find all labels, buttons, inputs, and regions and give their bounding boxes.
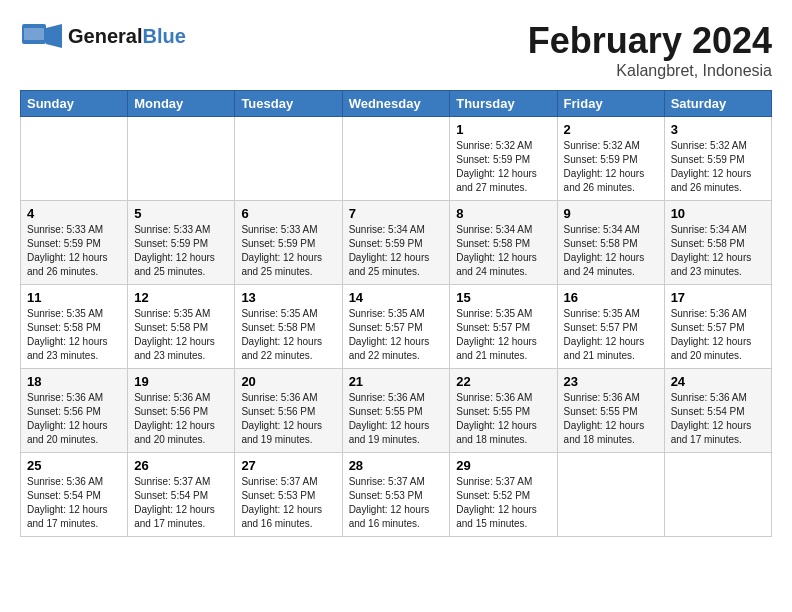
month-title: February 2024	[528, 20, 772, 62]
day-number: 5	[134, 206, 228, 221]
calendar-cell: 17Sunrise: 5:36 AM Sunset: 5:57 PM Dayli…	[664, 285, 771, 369]
calendar-cell: 16Sunrise: 5:35 AM Sunset: 5:57 PM Dayli…	[557, 285, 664, 369]
svg-rect-2	[24, 28, 44, 40]
day-info: Sunrise: 5:37 AM Sunset: 5:53 PM Dayligh…	[241, 475, 335, 531]
calendar-cell: 25Sunrise: 5:36 AM Sunset: 5:54 PM Dayli…	[21, 453, 128, 537]
day-number: 16	[564, 290, 658, 305]
day-number: 19	[134, 374, 228, 389]
day-number: 13	[241, 290, 335, 305]
location: Kalangbret, Indonesia	[528, 62, 772, 80]
day-info: Sunrise: 5:36 AM Sunset: 5:55 PM Dayligh…	[564, 391, 658, 447]
calendar-cell: 29Sunrise: 5:37 AM Sunset: 5:52 PM Dayli…	[450, 453, 557, 537]
calendar-week-3: 11Sunrise: 5:35 AM Sunset: 5:58 PM Dayli…	[21, 285, 772, 369]
day-number: 2	[564, 122, 658, 137]
day-info: Sunrise: 5:36 AM Sunset: 5:54 PM Dayligh…	[671, 391, 765, 447]
calendar-week-2: 4Sunrise: 5:33 AM Sunset: 5:59 PM Daylig…	[21, 201, 772, 285]
day-info: Sunrise: 5:35 AM Sunset: 5:58 PM Dayligh…	[27, 307, 121, 363]
day-info: Sunrise: 5:36 AM Sunset: 5:56 PM Dayligh…	[27, 391, 121, 447]
logo-text-general: General	[68, 25, 142, 47]
day-info: Sunrise: 5:36 AM Sunset: 5:55 PM Dayligh…	[349, 391, 444, 447]
calendar-cell: 24Sunrise: 5:36 AM Sunset: 5:54 PM Dayli…	[664, 369, 771, 453]
logo-icon	[20, 20, 64, 52]
day-info: Sunrise: 5:32 AM Sunset: 5:59 PM Dayligh…	[456, 139, 550, 195]
day-info: Sunrise: 5:37 AM Sunset: 5:53 PM Dayligh…	[349, 475, 444, 531]
logo-text-blue: Blue	[142, 25, 185, 47]
day-info: Sunrise: 5:32 AM Sunset: 5:59 PM Dayligh…	[671, 139, 765, 195]
day-info: Sunrise: 5:36 AM Sunset: 5:57 PM Dayligh…	[671, 307, 765, 363]
day-number: 1	[456, 122, 550, 137]
calendar-cell: 9Sunrise: 5:34 AM Sunset: 5:58 PM Daylig…	[557, 201, 664, 285]
calendar-cell: 19Sunrise: 5:36 AM Sunset: 5:56 PM Dayli…	[128, 369, 235, 453]
calendar-cell: 8Sunrise: 5:34 AM Sunset: 5:58 PM Daylig…	[450, 201, 557, 285]
day-info: Sunrise: 5:36 AM Sunset: 5:55 PM Dayligh…	[456, 391, 550, 447]
calendar-cell: 21Sunrise: 5:36 AM Sunset: 5:55 PM Dayli…	[342, 369, 450, 453]
day-info: Sunrise: 5:33 AM Sunset: 5:59 PM Dayligh…	[241, 223, 335, 279]
day-number: 10	[671, 206, 765, 221]
calendar-cell	[557, 453, 664, 537]
day-info: Sunrise: 5:35 AM Sunset: 5:57 PM Dayligh…	[564, 307, 658, 363]
header-day-saturday: Saturday	[664, 91, 771, 117]
day-info: Sunrise: 5:36 AM Sunset: 5:54 PM Dayligh…	[27, 475, 121, 531]
calendar-cell	[21, 117, 128, 201]
calendar-header: SundayMondayTuesdayWednesdayThursdayFrid…	[21, 91, 772, 117]
calendar-cell: 4Sunrise: 5:33 AM Sunset: 5:59 PM Daylig…	[21, 201, 128, 285]
day-number: 14	[349, 290, 444, 305]
header-day-tuesday: Tuesday	[235, 91, 342, 117]
day-number: 18	[27, 374, 121, 389]
day-number: 20	[241, 374, 335, 389]
day-number: 23	[564, 374, 658, 389]
svg-marker-1	[46, 24, 62, 48]
calendar-cell: 22Sunrise: 5:36 AM Sunset: 5:55 PM Dayli…	[450, 369, 557, 453]
day-number: 25	[27, 458, 121, 473]
calendar-cell: 18Sunrise: 5:36 AM Sunset: 5:56 PM Dayli…	[21, 369, 128, 453]
day-info: Sunrise: 5:36 AM Sunset: 5:56 PM Dayligh…	[134, 391, 228, 447]
day-number: 26	[134, 458, 228, 473]
day-number: 8	[456, 206, 550, 221]
day-number: 15	[456, 290, 550, 305]
calendar-cell	[664, 453, 771, 537]
day-info: Sunrise: 5:34 AM Sunset: 5:58 PM Dayligh…	[564, 223, 658, 279]
calendar-cell: 1Sunrise: 5:32 AM Sunset: 5:59 PM Daylig…	[450, 117, 557, 201]
calendar-week-4: 18Sunrise: 5:36 AM Sunset: 5:56 PM Dayli…	[21, 369, 772, 453]
header-row: SundayMondayTuesdayWednesdayThursdayFrid…	[21, 91, 772, 117]
day-info: Sunrise: 5:35 AM Sunset: 5:57 PM Dayligh…	[349, 307, 444, 363]
calendar-cell	[235, 117, 342, 201]
logo: GeneralBlue	[20, 20, 186, 52]
day-info: Sunrise: 5:35 AM Sunset: 5:57 PM Dayligh…	[456, 307, 550, 363]
day-number: 4	[27, 206, 121, 221]
day-number: 27	[241, 458, 335, 473]
calendar-cell	[342, 117, 450, 201]
day-info: Sunrise: 5:33 AM Sunset: 5:59 PM Dayligh…	[27, 223, 121, 279]
calendar-cell: 5Sunrise: 5:33 AM Sunset: 5:59 PM Daylig…	[128, 201, 235, 285]
day-number: 9	[564, 206, 658, 221]
day-number: 3	[671, 122, 765, 137]
page-header: GeneralBlue February 2024 Kalangbret, In…	[20, 20, 772, 80]
calendar-cell: 26Sunrise: 5:37 AM Sunset: 5:54 PM Dayli…	[128, 453, 235, 537]
header-day-sunday: Sunday	[21, 91, 128, 117]
day-info: Sunrise: 5:37 AM Sunset: 5:54 PM Dayligh…	[134, 475, 228, 531]
day-info: Sunrise: 5:34 AM Sunset: 5:58 PM Dayligh…	[671, 223, 765, 279]
header-day-wednesday: Wednesday	[342, 91, 450, 117]
day-info: Sunrise: 5:34 AM Sunset: 5:58 PM Dayligh…	[456, 223, 550, 279]
day-info: Sunrise: 5:35 AM Sunset: 5:58 PM Dayligh…	[241, 307, 335, 363]
calendar-cell: 7Sunrise: 5:34 AM Sunset: 5:59 PM Daylig…	[342, 201, 450, 285]
day-info: Sunrise: 5:37 AM Sunset: 5:52 PM Dayligh…	[456, 475, 550, 531]
day-info: Sunrise: 5:33 AM Sunset: 5:59 PM Dayligh…	[134, 223, 228, 279]
calendar-cell: 14Sunrise: 5:35 AM Sunset: 5:57 PM Dayli…	[342, 285, 450, 369]
calendar-week-5: 25Sunrise: 5:36 AM Sunset: 5:54 PM Dayli…	[21, 453, 772, 537]
day-number: 28	[349, 458, 444, 473]
title-block: February 2024 Kalangbret, Indonesia	[528, 20, 772, 80]
calendar-cell: 13Sunrise: 5:35 AM Sunset: 5:58 PM Dayli…	[235, 285, 342, 369]
day-number: 17	[671, 290, 765, 305]
calendar-cell: 15Sunrise: 5:35 AM Sunset: 5:57 PM Dayli…	[450, 285, 557, 369]
day-info: Sunrise: 5:34 AM Sunset: 5:59 PM Dayligh…	[349, 223, 444, 279]
calendar-table: SundayMondayTuesdayWednesdayThursdayFrid…	[20, 90, 772, 537]
day-number: 22	[456, 374, 550, 389]
calendar-cell	[128, 117, 235, 201]
day-number: 24	[671, 374, 765, 389]
day-number: 6	[241, 206, 335, 221]
day-info: Sunrise: 5:35 AM Sunset: 5:58 PM Dayligh…	[134, 307, 228, 363]
calendar-body: 1Sunrise: 5:32 AM Sunset: 5:59 PM Daylig…	[21, 117, 772, 537]
header-day-thursday: Thursday	[450, 91, 557, 117]
day-number: 29	[456, 458, 550, 473]
